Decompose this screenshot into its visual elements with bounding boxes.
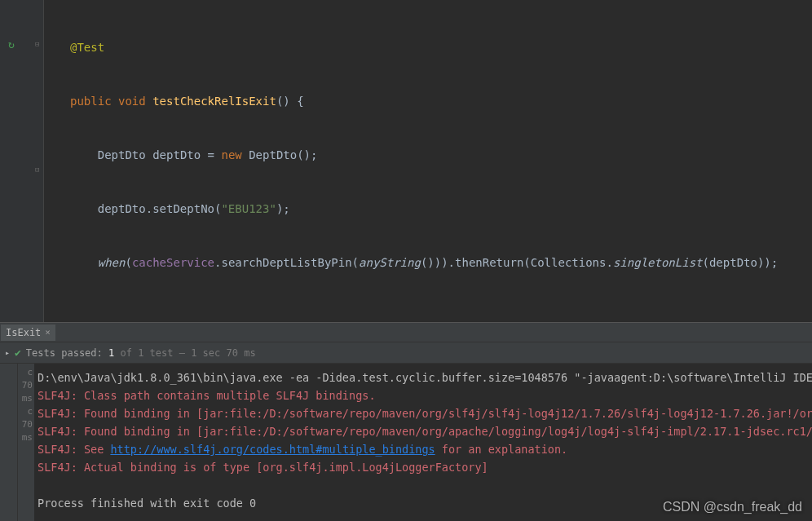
console-line: SLF4J: Class path contains multiple SLF4…	[38, 389, 376, 402]
slf4j-link[interactable]: http://www.slf4j.org/codes.html#multiple…	[110, 443, 435, 456]
run-tool-window: IsExit × ▸ ✔ Tests passed: 1 of 1 test –…	[0, 322, 812, 521]
check-icon: ✔	[15, 347, 21, 359]
close-icon[interactable]: ×	[45, 327, 51, 338]
console-line: SLF4J: Actual binding is of type [org.sl…	[38, 461, 488, 474]
tab-label: IsExit	[6, 327, 41, 338]
tests-passed-label: Tests passed:	[26, 347, 108, 359]
tool-window-tabs: IsExit ×	[0, 323, 812, 342]
test-status-bar: ▸ ✔ Tests passed: 1 of 1 test – 1 sec 70…	[0, 342, 812, 364]
fold-gutter: ⊟ ⊟	[34, 0, 44, 322]
console-line: SLF4J: Found binding in [jar:file:/D:/so…	[38, 425, 812, 438]
editor-gutter: ↻	[0, 0, 34, 322]
test-tree[interactable]: c 70 ms c 70 ms	[18, 364, 34, 521]
tree-row[interactable]: c 70 ms	[18, 405, 33, 444]
side-toolbar[interactable]	[0, 364, 18, 521]
console-line: SLF4J: Found binding in [jar:file:/D:/so…	[38, 407, 812, 420]
console-line: Process finished with exit code 0	[38, 497, 256, 510]
fold-end-icon[interactable]: ⊟	[35, 166, 39, 174]
run-gutter-icon[interactable]: ↻	[8, 38, 15, 51]
code-editor[interactable]: ↻ ⊟ ⊟ @Test public void testCheckRelIsEx…	[0, 0, 812, 322]
fold-minus-icon[interactable]: ⊟	[35, 40, 39, 48]
console-line: D:\env\Java\jdk1.8.0_361\bin\java.exe -e…	[38, 371, 812, 384]
console-output[interactable]: D:\env\Java\jdk1.8.0_361\bin\java.exe -e…	[34, 364, 812, 521]
annotation: @Test	[70, 41, 104, 54]
run-config-tab[interactable]: IsExit ×	[1, 325, 55, 341]
tests-summary: of 1 test – 1 sec 70 ms	[114, 347, 255, 359]
tree-row[interactable]: c 70 ms	[18, 366, 33, 405]
console-line: SLF4J: See http://www.slf4j.org/codes.ht…	[38, 443, 567, 456]
expand-icon[interactable]: ▸	[5, 348, 10, 357]
code-area[interactable]: @Test public void testCheckRelIsExit() {…	[44, 0, 812, 322]
